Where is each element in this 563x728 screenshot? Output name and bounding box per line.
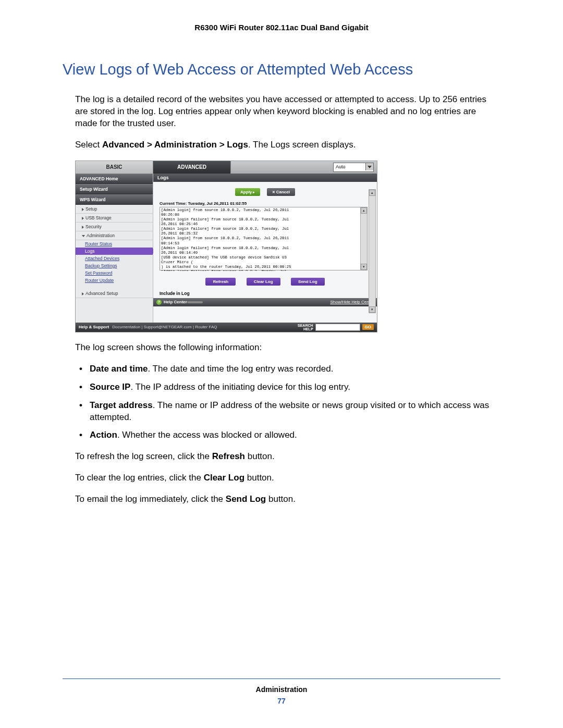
refresh-button[interactable]: Refresh [205, 278, 236, 286]
list-item: Date and time. The date and time the log… [90, 363, 500, 375]
info-desc: . Whether the access was blocked or allo… [117, 430, 297, 440]
content-panel: Logs Apply Cancel Current Time: Tuesday,… [153, 174, 377, 323]
list-item: Target address. The name or IP address o… [90, 400, 500, 424]
nav-advanced-setup[interactable]: Advanced Setup [76, 289, 153, 298]
chevron-right-icon [82, 226, 84, 229]
info-term: Action [90, 430, 117, 440]
show-hide-help-link[interactable]: Show/Hide Help Center [330, 300, 374, 304]
subnav-logs[interactable]: Logs [76, 248, 153, 255]
apply-cancel-row: Apply Cancel [153, 182, 377, 200]
action-post: button. [245, 451, 275, 461]
nav-setup[interactable]: Setup [76, 205, 153, 214]
action-pre: To email the log immediately, click the [75, 494, 226, 504]
log-content: [Admin login] from source 10.0.0.2, Tues… [160, 207, 367, 271]
chevron-right-icon [82, 208, 84, 211]
list-item: Action. Whether the access was blocked o… [90, 429, 500, 441]
search-help-input[interactable] [315, 324, 360, 331]
footer-section-name: Administration [63, 685, 500, 694]
cancel-button[interactable]: Cancel [267, 188, 295, 196]
doc-header-title: R6300 WiFi Router 802.11ac Dual Band Gig… [63, 23, 500, 32]
log-info-list: Date and time. The date and time the log… [63, 363, 500, 442]
action-post: button. [244, 473, 274, 483]
tab-spacer [231, 161, 330, 174]
current-time-label: Current Time: Tuesday, Jul 26,2011 01:02… [153, 200, 377, 207]
action-btn: Clear Log [204, 473, 244, 483]
nav-usb-label: USB Storage [85, 215, 112, 220]
after-screenshot-text: The log screen shows the following infor… [75, 342, 500, 354]
subnav-router-update[interactable]: Router Update [76, 277, 153, 284]
info-desc: . The date and time the log entry was re… [148, 364, 333, 374]
send-log-button[interactable]: Send Log [291, 278, 324, 286]
nav-security-label: Security [85, 224, 102, 229]
subnav-backup-settings[interactable]: Backup Settings [76, 262, 153, 269]
nav-suffix: . The Logs screen displays. [248, 140, 356, 150]
info-term: Date and time [90, 364, 148, 374]
nav-admin-label: Administration [87, 233, 115, 238]
action-btn: Send Log [226, 494, 266, 504]
log-scrollbar[interactable]: ▴ ▾ [360, 207, 367, 270]
search-go-button[interactable]: GO [362, 324, 374, 330]
search-help-label: SEARCH HELP [298, 324, 313, 331]
log-action-row: Refresh Clear Log Send Log [153, 274, 377, 290]
language-select[interactable]: Auto [333, 163, 374, 172]
subnav-attached-devices[interactable]: Attached Devices [76, 255, 153, 262]
top-tabs: BASIC ADVANCED Auto [76, 161, 377, 174]
page-footer: Administration 77 [63, 678, 500, 705]
help-center-bar: ? Help Center Show/Hide Help Center [153, 298, 377, 306]
help-support-label: Help & Support [79, 325, 109, 329]
action-pre: To refresh the log screen, click the [75, 451, 212, 461]
scroll-down-icon[interactable]: ▾ [369, 306, 375, 313]
scroll-up-icon[interactable]: ▴ [369, 190, 375, 196]
action-pre: To clear the log entries, click the [75, 473, 204, 483]
nav-adv-setup-label: Advanced Setup [85, 291, 118, 296]
info-term: Source IP [90, 382, 130, 392]
nav-security[interactable]: Security [76, 223, 153, 231]
nav-advanced-home[interactable]: ADVANCED Home [76, 174, 153, 184]
drag-handle-icon[interactable] [187, 301, 203, 303]
nav-path: Advanced > Administration > Logs [102, 140, 248, 150]
scroll-down-icon[interactable]: ▾ [361, 264, 367, 270]
action-line: To email the log immediately, click the … [75, 493, 500, 505]
nav-administration[interactable]: Administration [76, 231, 153, 240]
info-desc: . The IP address of the initiating devic… [130, 382, 350, 392]
nav-wps-wizard[interactable]: WPS Wizard [76, 194, 153, 205]
log-textarea[interactable]: [Admin login] from source 10.0.0.2, Tues… [160, 207, 368, 270]
help-center-label: Help Center [164, 300, 187, 304]
router-ui-screenshot: BASIC ADVANCED Auto ADVANCED Home Setup … [75, 161, 377, 332]
nav-setup-wizard[interactable]: Setup Wizard [76, 184, 153, 194]
subnav-set-password[interactable]: Set Password [76, 269, 153, 277]
apply-button[interactable]: Apply [235, 188, 260, 196]
section-heading: View Logs of Web Access or Attempted Web… [63, 61, 500, 78]
list-item: Source IP. The IP address of the initiat… [90, 381, 500, 393]
chevron-down-icon [82, 235, 85, 237]
chevron-right-icon [82, 292, 84, 295]
tab-advanced[interactable]: ADVANCED [153, 161, 231, 174]
nav-usb-storage[interactable]: USB Storage [76, 214, 153, 223]
tab-basic[interactable]: BASIC [76, 161, 153, 174]
nav-prefix: Select [75, 140, 102, 150]
intro-paragraph: The log is a detailed record of the webs… [75, 94, 500, 130]
nav-instruction: Select Advanced > Administration > Logs.… [75, 139, 500, 151]
action-btn: Refresh [212, 451, 245, 461]
info-term: Target address [90, 400, 153, 410]
panel-title: Logs [153, 174, 377, 182]
language-select-wrap: Auto [333, 163, 374, 172]
action-line: To clear the log entries, click the Clea… [75, 472, 500, 484]
action-post: button. [266, 494, 296, 504]
sidebar: ADVANCED Home Setup Wizard WPS Wizard Se… [76, 174, 153, 323]
help-icon[interactable]: ? [156, 300, 162, 305]
clear-log-button[interactable]: Clear Log [247, 278, 280, 286]
include-in-log-label: Include in Log [153, 290, 377, 298]
footer-links[interactable]: Documentation | Support@NETGEAR.com | Ro… [112, 325, 217, 329]
action-line: To refresh the log screen, click the Ref… [75, 451, 500, 463]
subnav-router-status[interactable]: Router Status [76, 240, 153, 248]
scroll-up-icon[interactable]: ▴ [361, 207, 367, 214]
chevron-right-icon [82, 217, 84, 220]
router-footer-bar: Help & Support Documentation | Support@N… [76, 323, 377, 332]
footer-page-number: 77 [63, 697, 500, 705]
nav-setup-label: Setup [85, 206, 97, 212]
panel-scrollbar[interactable]: ▴ ▾ [369, 189, 376, 313]
